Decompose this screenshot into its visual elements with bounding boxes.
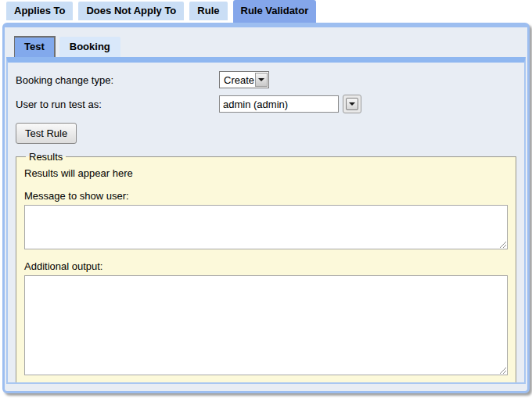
tab-rule-validator[interactable]: Rule Validator (233, 0, 317, 23)
run-as-user-label: User to run test as: (16, 99, 219, 110)
results-placeholder-text: Results will appear here (24, 167, 508, 179)
tab-does-not-apply-to[interactable]: Does Not Apply To (78, 2, 184, 20)
tab-applies-to[interactable]: Applies To (6, 2, 73, 20)
tab-rule[interactable]: Rule (189, 2, 227, 20)
chevron-down-icon (346, 98, 358, 110)
message-to-show-user-field (24, 205, 508, 249)
additional-output-field (24, 275, 508, 375)
chevron-down-icon (349, 102, 355, 106)
run-as-user-input[interactable] (219, 95, 339, 113)
message-to-show-user-textarea[interactable] (24, 205, 508, 249)
test-tab-content: Booking change type: Create User to run … (6, 57, 526, 384)
chevron-down-icon (255, 73, 268, 87)
results-legend: Results (26, 151, 66, 163)
test-rule-button[interactable]: Test Rule (16, 123, 77, 144)
additional-output-textarea[interactable] (24, 275, 508, 375)
run-as-user-dropdown-button[interactable] (343, 95, 361, 113)
main-tab-bar: Applies To Does Not Apply To Rule Rule V… (0, 0, 532, 23)
booking-change-type-row: Booking change type: Create (16, 70, 516, 89)
tab-booking[interactable]: Booking (59, 37, 120, 57)
booking-change-type-value: Create (220, 74, 254, 86)
sub-tab-bar: Test Booking (5, 27, 527, 57)
results-fieldset: Results Results will appear here Message… (16, 151, 516, 384)
message-to-show-user-label: Message to show user: (24, 190, 508, 202)
additional-output-label: Additional output: (24, 260, 508, 272)
tab-test[interactable]: Test (14, 36, 56, 57)
rule-validator-panel: Test Booking Booking change type: Create… (2, 23, 530, 393)
run-as-user-row: User to run test as: (16, 95, 516, 113)
booking-change-type-label: Booking change type: (16, 74, 219, 86)
chevron-down-icon (258, 78, 264, 81)
rule-editor-screen: Applies To Does Not Apply To Rule Rule V… (0, 0, 532, 398)
booking-change-type-select[interactable]: Create (219, 71, 269, 88)
